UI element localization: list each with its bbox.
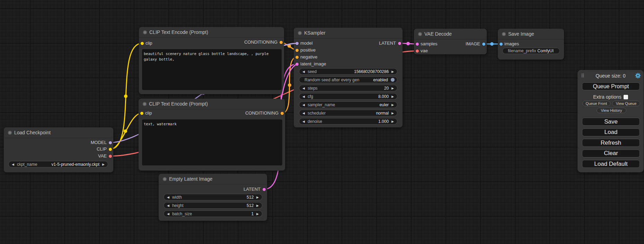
load-default-button[interactable]: Load Default <box>582 160 640 168</box>
clear-button[interactable]: Clear <box>582 150 640 157</box>
queue-size-label: Queue size: 0 <box>577 73 644 79</box>
queue-panel: ⠿ Queue size: 0 Queue Prompt Extra optio… <box>577 70 644 172</box>
load-button[interactable]: Load <box>582 128 640 136</box>
save-button[interactable]: Save <box>582 118 640 126</box>
queue-front-button[interactable]: Queue Front <box>582 101 610 106</box>
extra-options-row: Extra options <box>577 94 644 100</box>
queue-panel-header: ⠿ Queue size: 0 <box>577 73 644 79</box>
extra-options-label: Extra options <box>593 94 621 100</box>
wire-latent-arrival <box>281 64 297 99</box>
view-history-button[interactable]: View History <box>597 108 626 113</box>
queue-prompt-button[interactable]: Queue Prompt <box>582 82 640 90</box>
node-graph-canvas[interactable]: Load CheckpointMODELCLIPVAE◀ckpt_namev1-… <box>0 0 644 244</box>
extra-options-checkbox[interactable] <box>624 95 628 99</box>
settings-gear-icon[interactable] <box>635 73 641 79</box>
refresh-button[interactable]: Refresh <box>582 139 640 147</box>
wire-model-arrival <box>284 43 297 45</box>
wire-layer-over <box>0 0 644 244</box>
view-queue-button[interactable]: View Queue <box>612 101 640 106</box>
